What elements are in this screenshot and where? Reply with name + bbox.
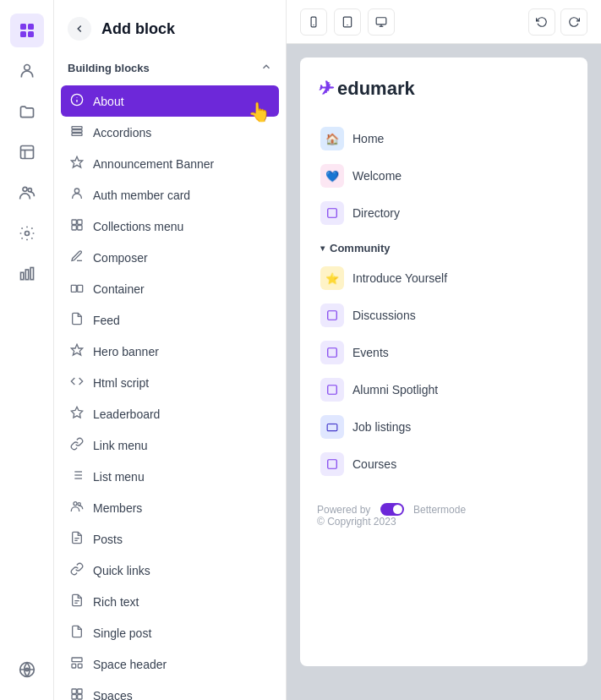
sidebar-icon-chart[interactable] — [10, 14, 44, 47]
nav-item-discussions[interactable]: Discussions — [317, 297, 571, 334]
svg-marker-29 — [71, 344, 82, 355]
svg-rect-47 — [78, 689, 82, 693]
events-nav-icon — [320, 341, 344, 364]
leaderboard-icon — [69, 406, 85, 422]
tablet-view-button[interactable] — [334, 8, 361, 36]
powered-by-text: Powered by — [317, 504, 370, 516]
block-item-posts[interactable]: Posts — [61, 523, 279, 555]
block-item-auth-member-card[interactable]: Auth member card — [61, 179, 279, 211]
nav-item-welcome[interactable]: 💙 Welcome — [317, 157, 571, 194]
logo-text: edumark — [337, 78, 415, 100]
block-item-quick-links[interactable]: Quick links — [61, 555, 279, 586]
block-item-about[interactable]: About 👆 — [61, 85, 279, 117]
sidebar-icon-gear[interactable] — [10, 216, 44, 250]
about-icon — [69, 93, 85, 109]
nav-item-jobs[interactable]: Job listings — [317, 408, 571, 446]
courses-nav-icon — [320, 452, 344, 476]
block-label-container: Container — [93, 282, 145, 296]
block-item-accordions[interactable]: Accordions — [61, 117, 279, 148]
block-label-single-post: Single post — [93, 626, 151, 640]
block-item-container[interactable]: Container — [61, 273, 279, 304]
svg-point-10 — [25, 232, 29, 236]
community-section[interactable]: ▾ Community — [317, 232, 571, 260]
block-item-link-menu[interactable]: Link menu — [61, 429, 279, 461]
svg-rect-20 — [72, 134, 82, 136]
block-item-leaderboard[interactable]: Leaderboard — [61, 398, 279, 429]
block-item-announcement-banner[interactable]: Announcement Banner — [61, 148, 279, 179]
nav-item-events[interactable]: Events — [317, 334, 571, 371]
block-label-posts: Posts — [93, 533, 123, 546]
svg-rect-12 — [25, 270, 28, 280]
nav-label-discussions: Discussions — [352, 309, 416, 322]
block-label-link-menu: Link menu — [93, 439, 148, 452]
footer-copyright: © Copyright 2023 — [317, 516, 571, 528]
undo-button[interactable] — [528, 8, 555, 36]
nav-item-courses[interactable]: Courses — [317, 446, 571, 483]
sidebar-icon-group[interactable] — [10, 176, 44, 210]
preview-footer: Powered by Bettermode © Copyright 2023 — [317, 503, 571, 528]
nav-label-home: Home — [352, 132, 384, 145]
block-item-members[interactable]: Members — [61, 492, 279, 523]
redo-button[interactable] — [560, 8, 587, 36]
sidebar-icon-network[interactable] — [10, 653, 44, 686]
collections-icon — [69, 218, 85, 234]
home-nav-icon: 🏠 — [320, 127, 344, 150]
block-item-space-header[interactable]: Space header — [61, 648, 279, 680]
svg-rect-24 — [78, 220, 82, 224]
svg-point-9 — [28, 189, 31, 192]
sidebar-icon-layout[interactable] — [10, 135, 44, 169]
members-icon — [69, 500, 85, 516]
section-label: Building blocks — [68, 62, 150, 74]
block-item-spaces[interactable]: Spaces — [61, 680, 279, 700]
discussions-nav-icon — [320, 304, 344, 327]
nav-item-introduce[interactable]: ⭐ Introduce Yourself — [317, 260, 571, 297]
block-item-collections-menu[interactable]: Collections menu — [61, 211, 279, 242]
block-item-feed[interactable]: Feed — [61, 304, 279, 336]
main-area: ✈ edumark 🏠 Home 💙 Welcome Directory — [287, 0, 601, 700]
alumni-nav-icon — [320, 378, 344, 402]
mobile-view-button[interactable] — [300, 8, 327, 36]
block-item-list-menu[interactable]: List menu — [61, 461, 279, 492]
add-block-panel: Add block Building blocks About 👆 — [54, 0, 287, 700]
block-label-members: Members — [93, 501, 142, 515]
block-label-about: About — [93, 95, 124, 108]
sidebar-icon-folder[interactable] — [10, 95, 44, 129]
rich-text-icon — [69, 593, 85, 610]
introduce-nav-icon: ⭐ — [320, 266, 344, 290]
svg-rect-13 — [30, 268, 33, 280]
block-item-single-post[interactable]: Single post — [61, 617, 279, 648]
block-label-html-script: Html script — [93, 376, 149, 390]
nav-item-directory[interactable]: Directory — [317, 194, 571, 232]
icon-sidebar — [0, 0, 54, 700]
list-menu-icon — [69, 468, 85, 484]
preview-logo: ✈ edumark — [317, 78, 571, 100]
single-post-icon — [69, 625, 85, 641]
back-button[interactable] — [68, 17, 91, 41]
desktop-view-button[interactable] — [368, 8, 395, 36]
spaces-icon — [69, 687, 85, 700]
svg-rect-63 — [328, 460, 337, 469]
sidebar-icon-person[interactable] — [10, 54, 44, 88]
bettermode-toggle[interactable] — [380, 503, 404, 516]
block-item-rich-text[interactable]: Rich text — [61, 586, 279, 617]
nav-item-home[interactable]: 🏠 Home — [317, 120, 571, 157]
announcement-icon — [69, 156, 85, 172]
building-blocks-section-header[interactable]: Building blocks — [54, 54, 286, 82]
sidebar-icon-bar-chart[interactable] — [10, 257, 44, 291]
preview-area[interactable]: ✈ edumark 🏠 Home 💙 Welcome Directory — [287, 44, 601, 700]
block-item-hero-banner[interactable]: Hero banner — [61, 336, 279, 367]
block-label-rich-text: Rich text — [93, 595, 139, 609]
svg-point-4 — [24, 65, 30, 71]
svg-rect-60 — [328, 386, 337, 395]
block-item-composer[interactable]: Composer — [61, 242, 279, 273]
panel-title: Add block — [101, 20, 175, 38]
block-label-announcement: Announcement Banner — [93, 157, 214, 171]
svg-rect-27 — [71, 285, 76, 292]
nav-item-alumni[interactable]: Alumni Spotlight — [317, 371, 571, 408]
block-label-spaces: Spaces — [93, 689, 133, 701]
block-label-list-menu: List menu — [93, 470, 145, 484]
posts-icon — [69, 531, 85, 547]
block-item-html-script[interactable]: Html script — [61, 367, 279, 398]
hero-banner-icon — [69, 343, 85, 359]
svg-rect-59 — [328, 348, 337, 358]
